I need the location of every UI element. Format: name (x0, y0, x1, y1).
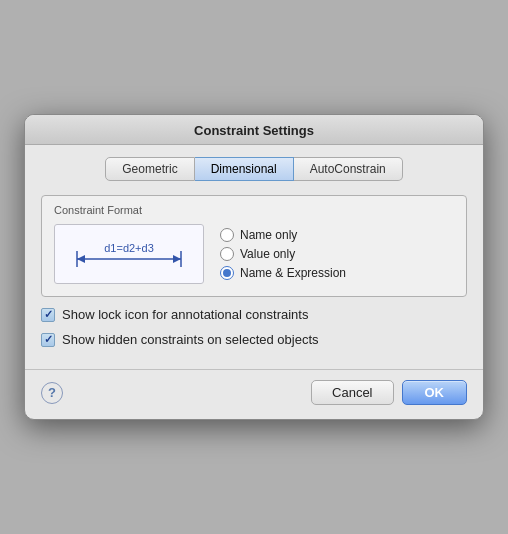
cancel-button[interactable]: Cancel (311, 380, 393, 405)
radio-label-value-only: Value only (240, 247, 295, 261)
checkmark-show-hidden: ✓ (44, 334, 53, 345)
format-inner: d1=d2+d3 Name only Value only (54, 224, 454, 284)
help-label: ? (48, 385, 56, 400)
ok-button[interactable]: OK (402, 380, 468, 405)
radio-name-only[interactable]: Name only (220, 228, 346, 242)
radio-circle-name-expression (220, 266, 234, 280)
bottom-buttons: Cancel OK (311, 380, 467, 405)
radio-label-name-only: Name only (240, 228, 297, 242)
svg-marker-2 (173, 255, 181, 263)
ok-label: OK (425, 385, 445, 400)
cancel-label: Cancel (332, 385, 372, 400)
dialog-title: Constraint Settings (25, 115, 483, 145)
radio-value-only[interactable]: Value only (220, 247, 346, 261)
dialog-body: Geometric Dimensional AutoConstrain Cons… (25, 145, 483, 369)
checkbox-label-show-lock: Show lock icon for annotational constrai… (62, 307, 308, 322)
dimension-illustration: d1=d2+d3 (54, 224, 204, 284)
svg-marker-1 (77, 255, 85, 263)
radio-options: Name only Value only Name & Expression (220, 228, 346, 280)
tab-dimensional[interactable]: Dimensional (195, 157, 294, 181)
constraint-settings-dialog: Constraint Settings Geometric Dimensiona… (24, 114, 484, 420)
title-text: Constraint Settings (194, 123, 314, 138)
help-button[interactable]: ? (41, 382, 63, 404)
bottom-bar: ? Cancel OK (25, 369, 483, 419)
checkbox-icon-show-hidden: ✓ (41, 333, 55, 347)
tab-geometric[interactable]: Geometric (105, 157, 194, 181)
checkbox-icon-show-lock: ✓ (41, 308, 55, 322)
checkmark-show-lock: ✓ (44, 309, 53, 320)
radio-circle-name-only (220, 228, 234, 242)
radio-dot-name-expression (223, 269, 231, 277)
section-label: Constraint Format (54, 204, 454, 216)
radio-circle-value-only (220, 247, 234, 261)
constraint-format-box: Constraint Format (41, 195, 467, 297)
svg-text:d1=d2+d3: d1=d2+d3 (104, 242, 154, 254)
tab-autoconstrain[interactable]: AutoConstrain (294, 157, 403, 181)
radio-label-name-expression: Name & Expression (240, 266, 346, 280)
checkbox-show-hidden[interactable]: ✓ Show hidden constraints on selected ob… (41, 332, 467, 347)
checkbox-label-show-hidden: Show hidden constraints on selected obje… (62, 332, 319, 347)
radio-name-expression[interactable]: Name & Expression (220, 266, 346, 280)
checkbox-show-lock[interactable]: ✓ Show lock icon for annotational constr… (41, 307, 467, 322)
tab-bar: Geometric Dimensional AutoConstrain (41, 157, 467, 181)
